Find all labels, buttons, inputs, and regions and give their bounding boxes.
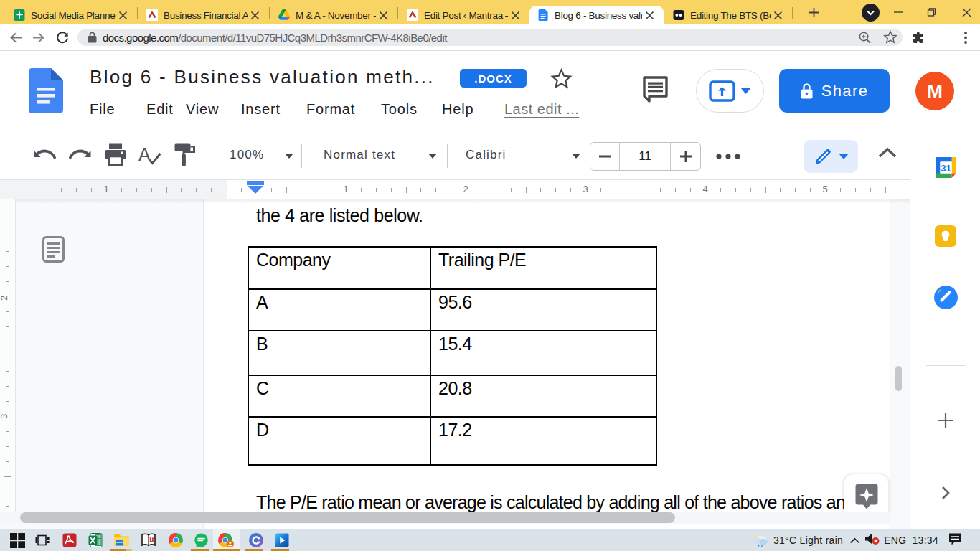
caret-down-icon <box>839 154 849 159</box>
tab-close-button[interactable] <box>773 10 783 20</box>
taskbar-movies[interactable] <box>270 529 293 551</box>
font-family-select[interactable]: Calibri <box>460 131 578 180</box>
paint-format-button[interactable] <box>174 143 196 169</box>
horizontal-scrollbar[interactable] <box>0 512 890 524</box>
font-size-control: 11 <box>590 142 701 171</box>
clock[interactable]: 13:34 <box>912 534 938 546</box>
horizontal-scrollbar-thumb[interactable] <box>20 512 675 523</box>
undo-button[interactable] <box>34 146 56 167</box>
table-cell[interactable]: 17.2 <box>430 417 656 465</box>
browser-menu-button[interactable] <box>961 31 971 47</box>
taskbar-book[interactable] <box>136 529 160 551</box>
window-minimize-button[interactable] <box>887 0 909 24</box>
table-cell[interactable]: B <box>248 331 430 375</box>
address-bar[interactable]: docs.google.com/document/d/11vuD75HJCq3M… <box>77 29 903 46</box>
browser-tab[interactable]: Business Financial Adv <box>138 6 269 24</box>
table-cell[interactable]: 95.6 <box>430 289 656 331</box>
docs-profile-avatar[interactable]: M <box>915 72 954 110</box>
zoom-select[interactable]: 100% <box>224 131 296 180</box>
tray-expand-button[interactable] <box>849 534 860 547</box>
browser-tab[interactable]: Blog 6 - Business valua <box>529 6 664 24</box>
left-indent-marker[interactable] <box>248 186 263 194</box>
tab-close-button[interactable] <box>645 10 655 20</box>
menu-tools[interactable]: Tools <box>381 101 418 118</box>
table-cell[interactable]: 15.4 <box>430 331 656 375</box>
language-indicator[interactable]: ENG <box>884 534 906 546</box>
browser-tab[interactable]: Edit Post ‹ Mantraa — <box>399 6 529 24</box>
ruler-tick <box>765 187 766 193</box>
volume-muted-button[interactable] <box>864 532 880 548</box>
ruler-tick <box>420 188 421 192</box>
taskbar-explorer[interactable] <box>109 529 133 551</box>
more-toolbar-options-button[interactable] <box>716 149 745 164</box>
zoom-page-button[interactable] <box>858 31 872 47</box>
menu-insert[interactable]: Insert <box>241 101 281 118</box>
menu-file[interactable]: File <box>90 101 115 118</box>
taskbar-start[interactable] <box>6 529 29 551</box>
share-button[interactable]: Share <box>779 69 890 113</box>
show-outline-button[interactable] <box>42 236 65 265</box>
taskbar-messages[interactable] <box>189 529 213 551</box>
star-document-button[interactable] <box>550 68 573 93</box>
menu-help[interactable]: Help <box>442 101 473 118</box>
paragraph-style-select[interactable]: Normal text <box>316 131 438 180</box>
document-title[interactable]: Blog 6 - Business valuation meth... <box>90 66 435 88</box>
first-line-indent-marker[interactable] <box>247 181 264 185</box>
horizontal-ruler[interactable]: 112345 <box>0 180 910 199</box>
get-add-ons-button[interactable] <box>910 413 980 428</box>
back-button[interactable] <box>9 30 24 48</box>
menu-edit[interactable]: Edit <box>146 101 174 118</box>
new-tab-button[interactable] <box>804 0 824 24</box>
browser-tab[interactable]: Social Media Planner - <box>6 6 137 24</box>
hide-side-panel-button[interactable] <box>910 486 980 500</box>
tab-close-button[interactable] <box>250 10 260 20</box>
lock-icon <box>801 83 813 99</box>
print-button[interactable] <box>105 143 126 169</box>
weather-text[interactable]: 31°C Light rain <box>773 534 843 546</box>
window-maximize-button[interactable] <box>920 0 942 24</box>
redo-button[interactable] <box>69 146 91 167</box>
table-cell[interactable]: D <box>248 417 430 465</box>
sidebar-item-keep[interactable] <box>910 225 980 247</box>
last-edit-link[interactable]: Last edit ... <box>504 101 579 118</box>
vertical-ruler[interactable]: 23 <box>0 199 16 512</box>
window-close-button[interactable] <box>956 0 977 24</box>
table-cell[interactable]: Trailing P/E <box>430 247 656 289</box>
tab-close-button[interactable] <box>511 10 521 20</box>
table-cell[interactable]: C <box>248 375 430 417</box>
sidebar-item-calendar[interactable]: 31 <box>910 156 980 179</box>
document-table[interactable]: CompanyTrailing P/EA95.6B15.4C20.8D17.2 <box>248 246 657 466</box>
taskbar-chrome[interactable] <box>164 529 187 551</box>
table-cell[interactable]: A <box>248 289 430 331</box>
taskbar-excel[interactable] <box>83 529 107 551</box>
paragraph-above-table[interactable]: the 4 are listed below. <box>256 205 423 226</box>
taskbar-acrobat[interactable] <box>57 529 81 551</box>
increase-font-size-button[interactable] <box>671 143 700 170</box>
paragraph-below-table[interactable]: The P/E ratio mean or average is calcula… <box>256 492 854 513</box>
decrease-font-size-button[interactable] <box>590 143 620 170</box>
tab-close-button[interactable] <box>379 10 389 20</box>
share-button-label: Share <box>821 82 869 100</box>
extensions-button[interactable] <box>912 32 925 47</box>
menu-format[interactable]: Format <box>306 101 355 118</box>
menu-view[interactable]: View <box>186 101 219 118</box>
table-cell[interactable]: Company <box>248 247 430 289</box>
font-size-input[interactable]: 11 <box>620 143 671 170</box>
reload-button[interactable] <box>55 30 70 47</box>
editing-mode-button[interactable] <box>804 140 858 173</box>
forward-button[interactable] <box>31 30 46 48</box>
sidebar-item-tasks[interactable] <box>910 286 980 309</box>
tab-close-button[interactable] <box>118 10 128 20</box>
spelling-check-button[interactable]: A <box>138 143 162 169</box>
open-comments-button[interactable] <box>642 76 669 106</box>
action-center-button[interactable] <box>948 532 962 549</box>
table-cell[interactable]: 20.8 <box>430 375 656 417</box>
bookmark-button[interactable] <box>883 30 897 47</box>
taskbar-chrome-badged[interactable] <box>213 529 240 551</box>
tab-search-button[interactable] <box>860 0 880 24</box>
hide-menus-button[interactable] <box>878 147 897 161</box>
vertical-scrollbar-thumb[interactable] <box>895 366 902 391</box>
save-as-google-docs-button[interactable] <box>696 69 764 113</box>
taskbar-clipchamp[interactable] <box>244 529 268 551</box>
taskbar-task-view[interactable] <box>30 529 54 551</box>
